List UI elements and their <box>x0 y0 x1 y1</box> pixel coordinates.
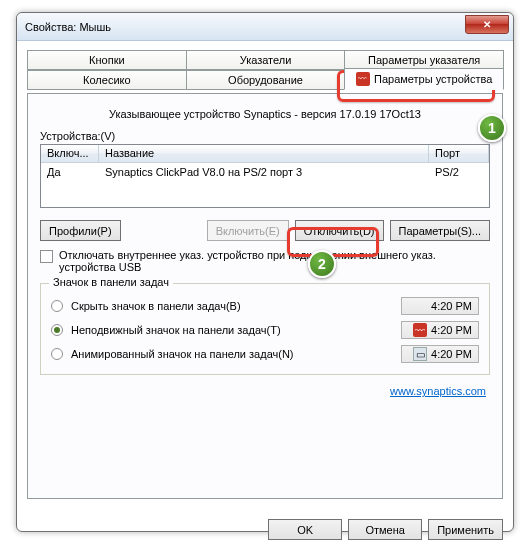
synaptics-icon: 〰 <box>356 72 370 86</box>
dialog-body: Кнопки Указатели Параметры указателя Кол… <box>17 41 513 509</box>
step-badge-1: 1 <box>478 114 506 142</box>
step-badge-2: 2 <box>308 250 336 278</box>
list-row[interactable]: Да Synaptics ClickPad V8.0 на PS/2 порт … <box>41 163 489 181</box>
window-title: Свойства: Мышь <box>25 21 111 33</box>
cancel-button[interactable]: Отмена <box>348 519 422 540</box>
preview-hide: 4:20 PM <box>401 297 479 315</box>
radio-static[interactable] <box>51 324 63 336</box>
preview-static: 〰4:20 PM <box>401 321 479 339</box>
tab-pointer-options[interactable]: Параметры указателя <box>344 50 504 70</box>
tab-device-settings[interactable]: 〰 Параметры устройства <box>344 68 504 90</box>
button-row: Профили(P) Включить(E) Отключить(D) Пара… <box>40 220 490 241</box>
tab-pointers[interactable]: Указатели <box>186 50 346 70</box>
tab-wheel[interactable]: Колесико <box>27 70 187 90</box>
group-title: Значок в панели задач <box>49 276 173 288</box>
usb-checkbox[interactable] <box>40 250 53 263</box>
tray-icon-group: Значок в панели задач Скрыть значок в па… <box>40 283 490 375</box>
col-enabled[interactable]: Включ... <box>41 145 99 162</box>
enable-button: Включить(E) <box>207 220 289 241</box>
tab-hardware[interactable]: Оборудование <box>186 70 346 90</box>
settings-button[interactable]: Параметры(S)... <box>390 220 490 241</box>
apply-button[interactable]: Применить <box>428 519 503 540</box>
devices-label: Устройства:(V) <box>40 130 490 142</box>
tab-container: Кнопки Указатели Параметры указателя Кол… <box>27 49 503 91</box>
radio-animated-label: Анимированный значок на панели задач(N) <box>71 348 393 360</box>
radio-animated[interactable] <box>51 348 63 360</box>
ok-button[interactable]: OK <box>268 519 342 540</box>
col-name[interactable]: Название <box>99 145 429 162</box>
radio-hide[interactable] <box>51 300 63 312</box>
titlebar[interactable]: Свойства: Мышь ✕ <box>17 13 513 41</box>
dialog-footer: OK Отмена Применить <box>17 509 513 549</box>
usb-checkbox-row: Отключать внутреннее указ. устройство пр… <box>40 249 490 273</box>
touchpad-tray-icon: ▭ <box>413 347 427 361</box>
synaptics-link[interactable]: www.synaptics.com <box>40 385 486 397</box>
radio-hide-label: Скрыть значок в панели задач(B) <box>71 300 393 312</box>
driver-info: Указывающее устройство Synaptics - верси… <box>40 108 490 120</box>
list-header: Включ... Название Порт <box>41 145 489 163</box>
close-button[interactable]: ✕ <box>465 15 509 34</box>
profiles-button[interactable]: Профили(P) <box>40 220 121 241</box>
radio-static-label: Неподвижный значок на панели задач(T) <box>71 324 393 336</box>
dialog-window: Свойства: Мышь ✕ Кнопки Указатели Параме… <box>16 12 514 532</box>
usb-checkbox-label: Отключать внутреннее указ. устройство пр… <box>59 249 490 273</box>
tab-buttons[interactable]: Кнопки <box>27 50 187 70</box>
device-list[interactable]: Включ... Название Порт Да Synaptics Clic… <box>40 144 490 208</box>
disable-button[interactable]: Отключить(D) <box>295 220 384 241</box>
col-port[interactable]: Порт <box>429 145 489 162</box>
preview-animated: ▭4:20 PM <box>401 345 479 363</box>
tab-panel: Указывающее устройство Synaptics - верси… <box>27 93 503 499</box>
synaptics-tray-icon: 〰 <box>413 323 427 337</box>
